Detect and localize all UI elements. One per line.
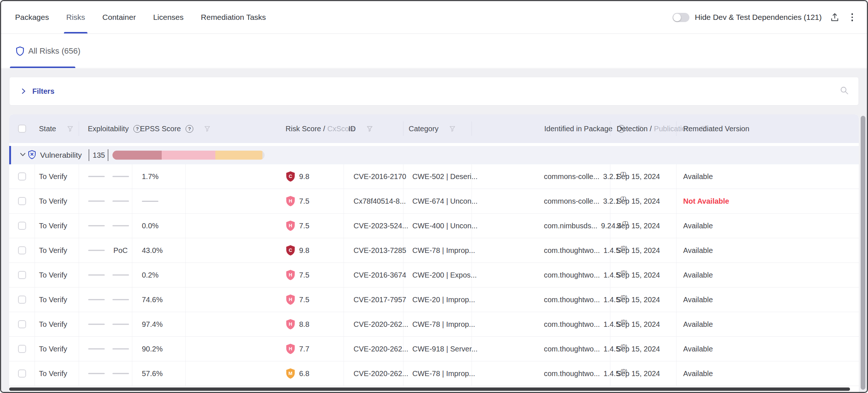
cell-package: commons-colle...3.2.1(T)	[472, 189, 610, 213]
cell-detection: Sep 15, 2024	[610, 337, 677, 361]
cell-checkbox	[9, 238, 35, 262]
hide-dev-test-toggle[interactable]	[672, 13, 689, 22]
row-checkbox[interactable]	[18, 369, 26, 378]
cell-risk-score: M6.8	[186, 361, 344, 386]
cell-package: com.nimbusds...9.24.4(T)	[472, 214, 610, 238]
empty-value-dash	[112, 373, 129, 374]
exploitability-slot-b	[112, 349, 129, 350]
cell-detection: Sep 15, 2024	[610, 361, 677, 386]
remediated-status: Available	[683, 246, 713, 255]
page-content: Filters State Exploitability ?	[1, 69, 867, 392]
filters-panel: Filters	[9, 77, 859, 106]
table-row: To Verify97.4%H8.8CVE-2020-262...CWE-78 …	[9, 312, 859, 337]
package-scope: (D)	[621, 294, 627, 300]
remediated-status: Available	[683, 345, 713, 353]
chevron-down-icon[interactable]	[19, 150, 27, 160]
epss-value: 1.7%	[142, 172, 159, 181]
cell-id: CVE-2023-524...	[344, 214, 403, 238]
cell-risk-score: C9.8	[186, 164, 344, 189]
risk-score-value: 7.5	[299, 296, 309, 304]
row-checkbox[interactable]	[18, 246, 26, 254]
state-value: To Verify	[39, 246, 67, 255]
exploitability-slot-b	[112, 176, 129, 177]
state-value: To Verify	[39, 369, 67, 378]
search-icon[interactable]	[840, 86, 849, 97]
package-scope: (T)	[620, 196, 627, 201]
severity-shield-badge: C	[286, 245, 295, 256]
cell-remediated: Available	[677, 214, 859, 238]
severity-shield-badge: M	[286, 368, 295, 379]
cell-state: To Verify	[35, 287, 79, 312]
row-checkbox[interactable]	[18, 345, 26, 353]
exploitability-slot-b	[112, 275, 129, 276]
cell-id: CVE-2016-2170	[344, 164, 403, 189]
table-body: To Verify1.7%C9.8CVE-2016-2170CWE-502 | …	[9, 164, 859, 386]
state-value: To Verify	[39, 197, 67, 206]
remediated-status: Available	[683, 172, 713, 181]
filters-expander[interactable]: Filters	[20, 87, 54, 96]
cell-id: CVE-2020-262...	[344, 312, 403, 336]
vulnerability-group-row[interactable]: Vulnerability 135	[9, 146, 859, 164]
all-risks-label: All Risks (656)	[28, 46, 80, 56]
horizontal-scrollbar[interactable]	[9, 387, 850, 391]
cell-id: CVE-2017-7957	[344, 287, 403, 312]
row-checkbox[interactable]	[18, 320, 26, 328]
row-checkbox[interactable]	[18, 222, 26, 230]
active-subtab-underline	[10, 67, 75, 68]
remediated-status: Available	[683, 320, 713, 329]
tab-licenses[interactable]: Licenses	[153, 1, 184, 33]
exploitability-slot-b	[112, 373, 129, 374]
row-checkbox[interactable]	[18, 197, 26, 205]
vertical-scrollbar[interactable]	[861, 116, 865, 390]
kebab-menu-icon[interactable]	[848, 12, 857, 22]
state-value: To Verify	[39, 222, 67, 230]
remediated-status: Available	[683, 222, 713, 230]
cell-state: To Verify	[35, 361, 79, 386]
tab-risks[interactable]: Risks	[66, 1, 85, 33]
cell-category: CWE-502 | Deseri...	[403, 164, 472, 189]
filter-icon[interactable]	[449, 125, 456, 132]
empty-value-dash	[88, 250, 105, 251]
table-row: To VerifyH7.5Cx78f40514-8...CWE-674 | Un…	[9, 189, 859, 214]
cell-id: CVE-2013-7285	[344, 238, 403, 262]
cell-detection: Sep 15, 2024	[610, 263, 677, 287]
cell-epss: 0.2%	[132, 263, 186, 287]
empty-value-dash	[88, 373, 105, 374]
exploitability-slot-b	[112, 324, 129, 325]
package-scope: (T)	[620, 171, 627, 176]
empty-value-dash	[112, 324, 129, 325]
app-window: Packages Risks Container Licenses Remedi…	[0, 0, 868, 393]
empty-value-dash	[112, 176, 129, 177]
risk-subtab-row: All Risks (656)	[1, 34, 867, 68]
row-checkbox[interactable]	[18, 271, 26, 279]
shield-icon	[15, 46, 25, 56]
filter-icon[interactable]	[366, 125, 373, 132]
cell-risk-score: H7.5	[186, 189, 344, 213]
exploitability-slot-a	[88, 299, 105, 300]
risk-score-value: 7.7	[299, 345, 309, 353]
row-checkbox[interactable]	[18, 172, 26, 181]
severity-shield-badge: H	[286, 220, 295, 231]
cell-exploitability	[79, 287, 132, 312]
risk-id: CVE-2023-524...	[354, 222, 408, 230]
cell-risk-score: C9.8	[186, 238, 344, 262]
tab-remediation-tasks[interactable]: Remediation Tasks	[201, 1, 266, 33]
col-header-package: Identified in Package	[544, 125, 613, 133]
state-value: To Verify	[39, 296, 67, 304]
cell-epss: 90.2%	[132, 337, 186, 361]
filter-icon[interactable]	[67, 125, 74, 132]
cell-checkbox	[9, 337, 35, 361]
exploitability-slot-a	[88, 373, 105, 374]
exploitability-slot-a	[88, 176, 105, 177]
tab-all-risks[interactable]: All Risks (656)	[15, 34, 80, 68]
tab-container[interactable]: Container	[103, 1, 136, 33]
export-icon[interactable]	[830, 12, 840, 22]
cell-remediated: Available	[677, 312, 859, 336]
toggle-knob	[673, 14, 681, 21]
risk-id: Cx78f40514-8...	[354, 197, 406, 206]
tab-packages[interactable]: Packages	[15, 1, 49, 33]
row-checkbox[interactable]	[18, 296, 26, 304]
select-all-checkbox[interactable]	[18, 125, 26, 133]
exploitability-value: PoC	[114, 246, 128, 255]
cell-package: commons-colle...3.2.1(T)	[472, 164, 610, 189]
